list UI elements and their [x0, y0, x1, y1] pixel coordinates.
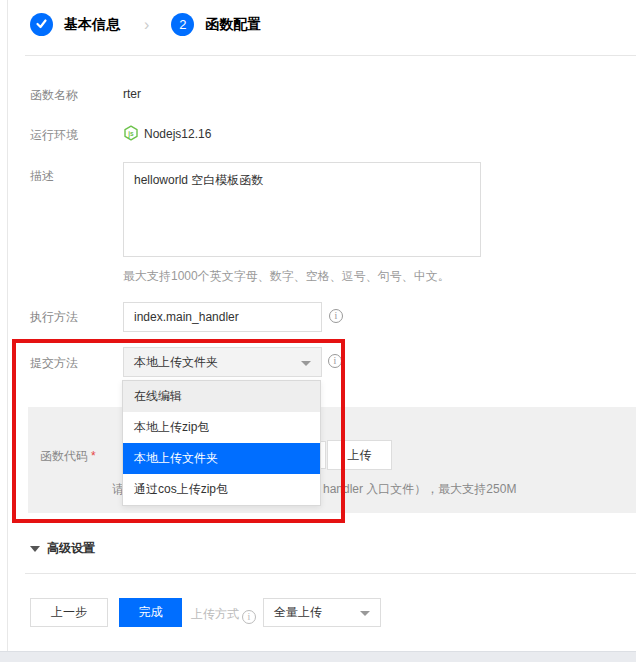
previous-step-button[interactable]: 上一步: [30, 598, 108, 627]
advanced-settings-toggle[interactable]: 高级设置: [30, 540, 95, 557]
runtime-value: Nodejs12.16: [144, 127, 211, 141]
left-panel-border: [7, 0, 8, 651]
upload-button[interactable]: 上传: [327, 440, 392, 470]
triangle-down-icon: [30, 546, 40, 552]
submit-method-select[interactable]: 本地上传文件夹: [123, 347, 322, 377]
handler-input[interactable]: [123, 302, 322, 332]
code-hint-clipped: 请: [112, 481, 122, 495]
code-hint: handler 入口文件），最大支持250M: [323, 481, 516, 498]
function-name-label: 函数名称: [30, 87, 78, 104]
function-code-label: 函数代码*: [40, 448, 96, 465]
upload-mode-select[interactable]: 全量上传: [263, 598, 381, 627]
dropdown-option-local-folder[interactable]: 本地上传文件夹: [123, 443, 320, 474]
step2-circle: 2: [171, 13, 194, 36]
chevron-right-icon: [144, 16, 149, 34]
header-divider: [25, 55, 636, 56]
upload-mode-label: 上传方式: [191, 606, 256, 624]
description-label: 描述: [30, 168, 54, 185]
caret-down-icon: [301, 361, 311, 366]
handler-info-icon[interactable]: [329, 309, 343, 323]
nodejs-icon: js: [123, 125, 139, 144]
footer-divider: [25, 573, 636, 574]
dropdown-option-cos-zip[interactable]: 通过cos上传zip包: [123, 474, 320, 505]
dropdown-option-online-edit[interactable]: 在线编辑: [123, 381, 320, 412]
step-indicator: 基本信息 2 函数配置: [30, 13, 261, 36]
upload-mode-info-icon[interactable]: [242, 610, 256, 624]
page-bottom-background: [0, 651, 636, 662]
submit-method-dropdown: 在线编辑 本地上传zip包 本地上传文件夹 通过cos上传zip包: [122, 380, 321, 506]
finish-button[interactable]: 完成: [119, 598, 182, 627]
submit-method-info-icon[interactable]: [328, 354, 342, 368]
submit-method-label: 提交方法: [30, 355, 78, 372]
svg-text:js: js: [127, 130, 134, 138]
dropdown-option-local-zip[interactable]: 本地上传zip包: [123, 412, 320, 443]
handler-label: 执行方法: [30, 309, 78, 326]
submit-method-value: 本地上传文件夹: [134, 355, 218, 369]
required-asterisk: *: [91, 449, 96, 463]
function-config-page: 基本信息 2 函数配置 函数名称 rter 运行环境 js Nodejs12.1…: [0, 0, 636, 662]
step1-done-circle: [30, 13, 53, 36]
caret-down-icon: [360, 611, 370, 616]
description-hint: 最大支持1000个英文字母、数字、空格、逗号、句号、中文。: [123, 268, 450, 285]
step1-label: 基本信息: [64, 16, 120, 34]
upload-mode-value: 全量上传: [274, 605, 322, 619]
step2-label: 函数配置: [205, 16, 261, 34]
advanced-settings-label: 高级设置: [47, 540, 95, 557]
check-icon: [35, 17, 48, 33]
runtime-label: 运行环境: [30, 127, 78, 144]
description-textarea[interactable]: helloworld 空白模板函数: [123, 162, 481, 257]
function-name-value: rter: [123, 87, 141, 101]
